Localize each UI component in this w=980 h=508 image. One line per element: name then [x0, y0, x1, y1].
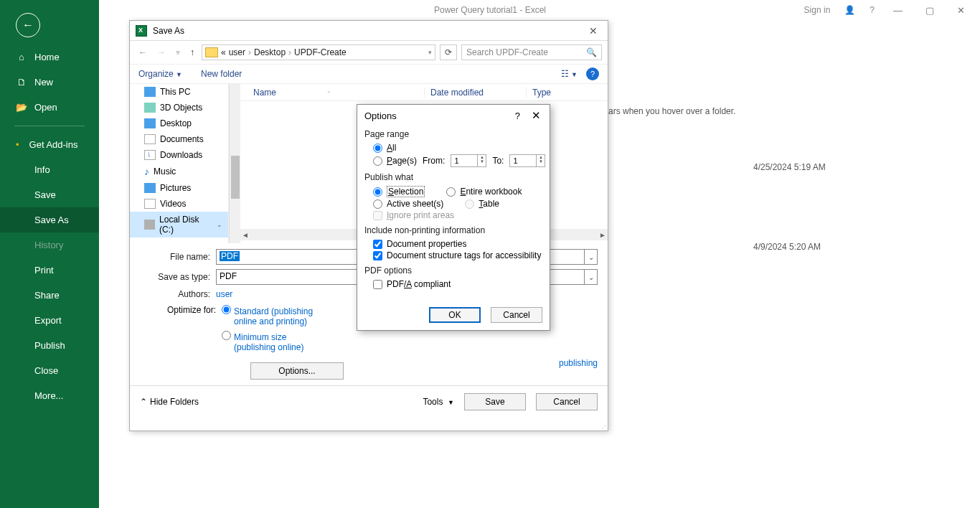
- tree-this-pc[interactable]: This PC: [130, 84, 228, 100]
- authors-label: Authors:: [140, 289, 210, 299]
- tree-local-disk[interactable]: Local Disk (C:)⌄: [130, 212, 228, 237]
- breadcrumb-root[interactable]: «: [221, 47, 226, 57]
- open-icon: 📂: [16, 102, 27, 113]
- nav-back-icon[interactable]: ←: [136, 46, 150, 59]
- optimize-minimum-radio[interactable]: Minimum size(publishing online): [222, 329, 344, 352]
- tools-menu[interactable]: Tools ▼: [423, 397, 454, 407]
- breadcrumb-updf[interactable]: UPDF-Create: [294, 47, 347, 57]
- sidebar-item-new[interactable]: 🗋New: [0, 70, 99, 95]
- scrollbar-thumb[interactable]: [231, 156, 240, 199]
- save-as-close-icon[interactable]: ✕: [585, 25, 602, 37]
- help-icon[interactable]: ?: [870, 5, 875, 15]
- tree-documents[interactable]: Documents: [130, 131, 228, 147]
- videos-icon: [144, 199, 156, 209]
- optimize-minimum-input[interactable]: [222, 331, 231, 340]
- from-spinner[interactable]: ▲▼: [451, 154, 486, 167]
- sidebar-item-get-addins[interactable]: •Get Add-ins: [0, 132, 99, 157]
- to-spinner[interactable]: ▲▼: [509, 154, 545, 167]
- restore-icon[interactable]: ▢: [921, 5, 938, 16]
- scroll-right-icon[interactable]: ►: [599, 231, 606, 239]
- file-name-dropdown[interactable]: ⌄: [585, 249, 598, 265]
- sidebar-item-home[interactable]: ⌂Home: [0, 44, 99, 70]
- sidebar-item-info[interactable]: Info: [0, 157, 99, 182]
- excel-app-icon: [136, 25, 147, 37]
- search-box[interactable]: Search UPDF-Create 🔍: [461, 44, 602, 60]
- active-radio-input[interactable]: [373, 199, 382, 209]
- col-date[interactable]: Date modified: [424, 88, 526, 98]
- pictures-icon: [144, 183, 156, 193]
- from-input[interactable]: [451, 155, 477, 166]
- doc-structure-tags-checkbox[interactable]: Document structure tags for accessibilit…: [364, 250, 542, 261]
- save-type-dropdown[interactable]: ⌄: [585, 269, 598, 285]
- col-name[interactable]: Name⌃: [240, 88, 424, 98]
- minimize-icon[interactable]: —: [889, 5, 907, 16]
- tree-desktop[interactable]: Desktop: [130, 116, 228, 131]
- nav-recent-dropdown-icon[interactable]: ▾: [173, 46, 183, 59]
- tree-pictures[interactable]: Pictures: [130, 180, 228, 196]
- to-label: To:: [492, 156, 504, 166]
- pdfa-input[interactable]: [373, 280, 382, 289]
- sidebar-item-open[interactable]: 📂Open: [0, 95, 99, 120]
- page-range-heading: Page range: [364, 129, 542, 139]
- sidebar-item-close[interactable]: Close: [0, 358, 99, 383]
- optimize-standard-input[interactable]: [222, 305, 231, 314]
- page-range-all-radio[interactable]: All: [364, 142, 542, 154]
- entire-radio-input[interactable]: [446, 187, 456, 197]
- active-sheets-radio[interactable]: Active sheet(s): [373, 199, 443, 209]
- scroll-left-icon[interactable]: ◄: [242, 231, 249, 239]
- nav-up-icon[interactable]: ↑: [187, 46, 197, 59]
- col-type[interactable]: Type: [526, 88, 608, 98]
- resize-grip-icon[interactable]: ⋰: [599, 426, 606, 431]
- pdfa-compliant-checkbox[interactable]: PDF/A compliant: [364, 278, 542, 290]
- sidebar-item-publish[interactable]: Publish: [0, 333, 99, 358]
- sidebar-item-export[interactable]: Export: [0, 308, 99, 333]
- options-button[interactable]: Options...: [250, 362, 344, 380]
- options-close-icon[interactable]: ✕: [530, 109, 542, 122]
- pages-radio-input[interactable]: [373, 156, 382, 166]
- doc-tags-input[interactable]: [373, 251, 382, 260]
- help-button[interactable]: ?: [586, 67, 599, 80]
- back-button[interactable]: ←: [0, 0, 99, 44]
- doc-properties-checkbox[interactable]: Document properties: [364, 238, 542, 250]
- address-bar[interactable]: « user › Desktop › UPDF-Create ▾: [202, 44, 435, 60]
- options-cancel-button[interactable]: Cancel: [491, 307, 542, 323]
- options-ok-button[interactable]: OK: [429, 307, 481, 323]
- hide-folders-button[interactable]: ⌃Hide Folders: [140, 397, 199, 407]
- cancel-button[interactable]: Cancel: [536, 393, 598, 410]
- breadcrumb-sep-icon: ›: [248, 47, 251, 57]
- organize-menu[interactable]: Organize ▼: [138, 69, 182, 79]
- sidebar-item-save[interactable]: Save: [0, 182, 99, 207]
- authors-value[interactable]: user: [216, 289, 232, 299]
- all-radio-input[interactable]: [373, 144, 382, 153]
- refresh-button[interactable]: ⟳: [440, 44, 457, 60]
- sidebar-item-print[interactable]: Print: [0, 258, 99, 283]
- doc-props-input[interactable]: [373, 240, 382, 249]
- sidebar-item-more[interactable]: More...: [0, 383, 99, 408]
- sidebar-item-save-as[interactable]: Save As: [0, 207, 99, 232]
- account-icon[interactable]: 👤: [844, 5, 855, 15]
- selection-radio[interactable]: Selection: [373, 186, 425, 197]
- tree-music[interactable]: ♪Music: [130, 163, 228, 180]
- entire-workbook-radio[interactable]: Entire workbook: [446, 187, 522, 197]
- include-heading: Include non-printing information: [364, 225, 542, 235]
- new-folder-button[interactable]: New folder: [201, 69, 242, 79]
- tree-videos[interactable]: Videos: [130, 196, 228, 212]
- page-range-pages-radio[interactable]: Page(s) From: ▲▼ To: ▲▼: [364, 154, 542, 168]
- options-help-icon[interactable]: ?: [515, 110, 520, 121]
- tree-3d-objects[interactable]: 3D Objects: [130, 100, 228, 116]
- sign-in-link[interactable]: Sign in: [804, 5, 831, 15]
- optimize-standard-radio[interactable]: Standard (publishingonline and printing): [222, 304, 344, 326]
- close-icon[interactable]: ✕: [953, 5, 969, 16]
- breadcrumb-user[interactable]: user: [229, 47, 245, 57]
- tree-downloads[interactable]: Downloads: [130, 147, 228, 163]
- tree-scrollbar[interactable]: [229, 84, 240, 243]
- to-input[interactable]: [510, 155, 536, 166]
- sidebar-item-history: History: [0, 232, 99, 258]
- save-button[interactable]: Save: [464, 393, 526, 410]
- selection-radio-input[interactable]: [373, 187, 382, 197]
- desktop-icon: [144, 118, 156, 128]
- view-mode-button[interactable]: ☷ ▼: [561, 69, 578, 79]
- sidebar-item-share[interactable]: Share: [0, 283, 99, 308]
- breadcrumb-desktop[interactable]: Desktop: [254, 47, 286, 57]
- music-icon: ♪: [144, 166, 149, 177]
